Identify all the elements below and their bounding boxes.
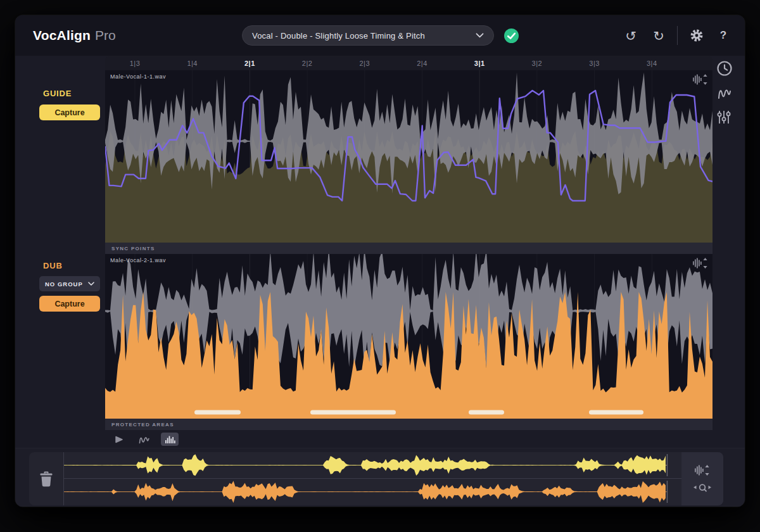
dub-section-label: DUB: [43, 261, 63, 270]
dub-group-value: NO GROUP: [45, 281, 83, 288]
timing-view-button[interactable]: [716, 60, 733, 77]
right-tool-rail: [712, 56, 745, 448]
overview-horizontal-zoom-button[interactable]: [692, 483, 712, 493]
sync-points-label: SYNC POINTS: [111, 246, 155, 251]
settings-sliders-button[interactable]: [716, 109, 733, 125]
trash-icon: [38, 470, 54, 488]
protected-areas-label: PROTECTED AREAS: [111, 422, 174, 428]
ruler-tick: 1|4: [187, 60, 198, 67]
content-area: GUIDE Capture DUB NO GROUP Capture 1|31|…: [15, 56, 745, 448]
delete-button[interactable]: [29, 452, 63, 505]
ruler-tick: 2|2: [302, 60, 313, 67]
dub-capture-button[interactable]: Capture: [39, 296, 100, 312]
waveform-vertical-zoom-icon: [693, 258, 708, 269]
overview-section: [15, 448, 745, 507]
status-check-icon: [504, 28, 519, 44]
ruler-tick: 2|1: [244, 60, 255, 67]
guide-overview-track[interactable]: [64, 452, 681, 478]
chevron-down-icon: [476, 33, 484, 38]
ruler-tick: 1|3: [130, 60, 141, 67]
sliders-icon: [716, 109, 732, 125]
help-button[interactable]: ?: [712, 15, 734, 56]
editor-column: 1|31|42|12|22|32|43|13|23|33|4 Male-Voca…: [105, 56, 712, 448]
overview-vertical-zoom-button[interactable]: [695, 465, 710, 476]
dub-overview-waveform: [64, 479, 681, 505]
redo-icon: ↻: [653, 29, 664, 42]
edit-mode-toolbar: [105, 430, 712, 448]
title-bar: VocAlign Pro Vocal - Double - Slightly L…: [15, 15, 745, 56]
pitch-curve-icon: [139, 435, 149, 444]
waveform-vertical-zoom-icon: [695, 465, 710, 476]
pitch-view-button[interactable]: [716, 85, 733, 101]
ruler-tick: 2|4: [417, 60, 428, 67]
clock-icon: [716, 60, 733, 77]
waveform-tool-button[interactable]: [161, 433, 179, 446]
cursor-tool-button[interactable]: [111, 433, 127, 446]
gear-icon: [690, 28, 704, 42]
horizontal-zoom-magnifier-icon: [692, 483, 712, 493]
guide-vertical-zoom-button[interactable]: [693, 74, 708, 87]
preset-label: Vocal - Double - Slightly Loose Timing &…: [252, 31, 425, 41]
overview-tracks[interactable]: [64, 452, 681, 505]
app-logo: VocAlign Pro: [33, 15, 116, 56]
sidebar: GUIDE Capture DUB NO GROUP Capture: [15, 56, 105, 448]
dub-waveform-panel[interactable]: Male-Vocal-2-1.wav: [105, 254, 712, 419]
redo-button[interactable]: ↻: [648, 15, 669, 56]
overview-zoom-controls: [681, 452, 723, 505]
header-divider: [677, 26, 678, 45]
brand-name: VocAlign: [33, 28, 91, 43]
ruler-tick: 3|2: [532, 60, 543, 67]
protected-areas-strip: PROTECTED AREAS: [105, 419, 712, 430]
undo-button[interactable]: ↺: [620, 15, 642, 56]
settings-button[interactable]: [686, 15, 707, 56]
dub-group-select[interactable]: NO GROUP: [39, 276, 100, 291]
guide-capture-button[interactable]: Capture: [39, 104, 100, 120]
timeline-ruler[interactable]: 1|31|42|12|22|32|43|13|23|33|4: [105, 56, 712, 70]
ruler-tick: 3|1: [474, 60, 485, 67]
dub-overview-track[interactable]: [64, 479, 681, 505]
ruler-tick: 3|3: [589, 60, 600, 67]
guide-waveform: [105, 70, 712, 243]
pitch-tool-button[interactable]: [136, 433, 151, 446]
waveform-vertical-zoom-icon: [693, 74, 708, 85]
ruler-tick: 2|3: [360, 60, 370, 67]
pitch-curve-icon: [716, 85, 733, 101]
guide-section-label: GUIDE: [43, 89, 72, 98]
plugin-window: VocAlign Pro Vocal - Double - Slightly L…: [15, 15, 745, 507]
cursor-arrow-icon: [115, 435, 124, 444]
waveform-bars-icon: [165, 435, 175, 443]
dub-vertical-zoom-button[interactable]: [693, 258, 708, 271]
overview-panel: [29, 452, 723, 505]
help-icon: ?: [720, 29, 726, 42]
preset-dropdown[interactable]: Vocal - Double - Slightly Loose Timing &…: [242, 25, 494, 46]
dub-filename: Male-Vocal-2-1.wav: [110, 257, 166, 263]
undo-icon: ↺: [625, 29, 636, 42]
guide-waveform-panel[interactable]: Male-Vocal-1-1.wav: [105, 70, 712, 243]
dub-waveform: [105, 254, 712, 419]
sync-points-strip: SYNC POINTS: [105, 243, 712, 254]
chevron-down-icon: [88, 282, 94, 286]
brand-suffix: Pro: [95, 28, 116, 43]
guide-overview-waveform: [64, 452, 681, 478]
ruler-tick: 3|4: [647, 60, 657, 67]
guide-filename: Male-Vocal-1-1.wav: [110, 73, 166, 80]
